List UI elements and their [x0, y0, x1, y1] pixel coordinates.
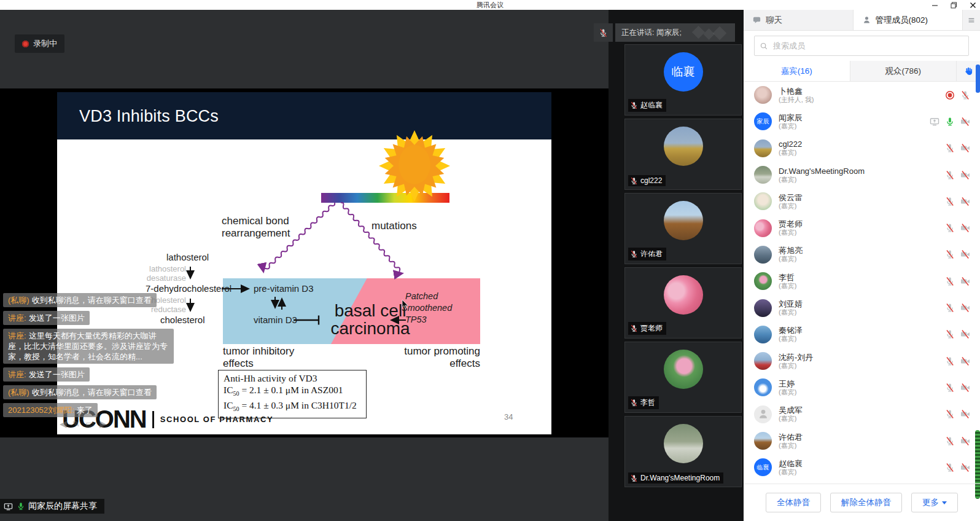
chat-message: (私聊)收到私聊消息，请在聊天窗口查看 — [3, 385, 157, 399]
chat-sender: 202123052刘耀阳: — [8, 405, 74, 415]
camera-off-icon[interactable] — [960, 143, 970, 153]
camera-off-icon[interactable] — [960, 170, 970, 180]
mic-muted-icon[interactable] — [945, 223, 955, 233]
pen-tool-icon[interactable]: ✎ — [72, 418, 80, 429]
close-button[interactable] — [970, 2, 976, 9]
member-avatar — [754, 166, 772, 184]
restore-button[interactable] — [951, 2, 957, 9]
camera-off-icon[interactable] — [960, 383, 970, 393]
member-role: (嘉宾) — [779, 255, 803, 263]
camera-off-icon[interactable] — [960, 329, 970, 339]
member-role: (嘉宾) — [779, 335, 803, 343]
member-row[interactable]: Dr.Wang'sMeetingRoom (嘉宾) — [744, 162, 980, 188]
mic-muted-icon[interactable] — [945, 356, 955, 366]
member-role: (嘉宾) — [779, 229, 803, 237]
tab-chat[interactable]: 聊天 — [744, 10, 854, 30]
panel-scrollbar-thumb[interactable] — [976, 65, 980, 93]
member-row[interactable]: 刘亚婧 (嘉宾) — [744, 294, 980, 321]
mute-all-button[interactable]: 全体静音 — [766, 493, 821, 512]
member-search-box[interactable] — [754, 36, 969, 56]
member-row[interactable]: 贾老师 (嘉宾) — [744, 214, 980, 241]
mic-muted-icon[interactable] — [945, 249, 955, 259]
mic-muted-icon[interactable] — [945, 409, 955, 419]
thumbnail-name-tag: 赵临襄 — [628, 99, 666, 112]
camera-off-icon[interactable] — [960, 117, 970, 127]
video-thumbnail[interactable]: 李哲 — [624, 342, 742, 413]
display-options-icon[interactable]: ▭ — [85, 418, 94, 429]
mic-muted-icon[interactable] — [945, 170, 955, 180]
thumbnail-name-tag: 许佑君 — [628, 248, 666, 260]
camera-off-icon[interactable] — [960, 197, 970, 206]
mic-on-icon — [17, 502, 25, 511]
mic-muted-icon[interactable] — [960, 90, 970, 100]
member-avatar — [754, 246, 772, 264]
anti-hh-activity-box: Anti-Hh activity of VD3 IC50 = 2.1 ± 0.1… — [218, 370, 367, 418]
presenter-controls[interactable]: ◀ ✎ ▭ ▶ — [60, 418, 107, 429]
tab-guests[interactable]: 嘉宾(16) — [744, 61, 850, 81]
video-thumbnail-strip: 正在讲话: 闻家辰; 临襄 赵临襄 — [609, 10, 744, 521]
member-row[interactable]: 蒋旭亮 (嘉宾) — [744, 241, 980, 268]
camera-off-icon[interactable] — [960, 303, 970, 313]
member-row[interactable]: 许佑君 (嘉宾) — [744, 428, 980, 454]
participant-avatar — [664, 275, 703, 315]
tab-audience[interactable]: 观众(786) — [850, 61, 957, 81]
camera-off-icon[interactable] — [960, 436, 970, 446]
more-button[interactable]: 更多 — [911, 493, 958, 512]
mic-muted-icon[interactable] — [945, 329, 955, 339]
video-thumbnail[interactable]: 临襄 赵临襄 — [624, 44, 742, 116]
camera-off-icon[interactable] — [960, 463, 970, 472]
tab-manage-members[interactable]: 管理成员(802) — [854, 10, 963, 30]
member-name: 许佑君 — [779, 433, 803, 442]
member-role: (主持人, 我) — [779, 96, 814, 104]
member-name: 蒋旭亮 — [779, 246, 803, 255]
prev-slide-icon[interactable]: ◀ — [60, 418, 67, 429]
search-input[interactable] — [772, 41, 963, 51]
watermark-logo — [703, 28, 714, 39]
camera-off-icon[interactable] — [960, 409, 970, 419]
member-role: (嘉宾) — [779, 388, 796, 396]
member-row[interactable]: 家辰 闻家辰 (嘉宾) — [744, 108, 980, 135]
member-row[interactable]: 李哲 (嘉宾) — [744, 268, 980, 294]
camera-off-icon[interactable] — [960, 249, 970, 259]
video-thumbnail[interactable]: Dr.Wang'sMeetingRoom — [624, 416, 742, 487]
video-thumbnail[interactable]: 贾老师 — [624, 267, 742, 339]
sun-icon — [376, 128, 453, 204]
mic-muted-icon[interactable] — [945, 436, 955, 446]
panel-menu-button[interactable] — [962, 10, 980, 30]
member-row[interactable]: 侯云雷 (嘉宾) — [744, 188, 980, 214]
camera-off-icon[interactable] — [960, 276, 970, 286]
camera-off-icon[interactable] — [960, 223, 970, 233]
mic-muted-icon[interactable] — [945, 276, 955, 286]
member-role: (嘉宾) — [779, 468, 803, 476]
unmute-all-button[interactable]: 解除全体静音 — [830, 493, 902, 512]
member-row[interactable]: 吴成军 (嘉宾) — [744, 401, 980, 428]
member-row[interactable]: 卜艳鑫 (主持人, 我) — [744, 82, 980, 108]
recording-dot-icon — [22, 41, 29, 47]
member-row[interactable]: 临襄 赵临襄 (嘉宾) — [744, 454, 980, 480]
chat-text: 收到私聊消息，请在聊天窗口查看 — [32, 296, 152, 305]
raised-hand-icon — [963, 66, 973, 76]
mic-muted-icon[interactable] — [945, 143, 955, 153]
mic-muted-icon[interactable] — [945, 303, 955, 313]
thumbnail-name-tag: cgl222 — [628, 175, 666, 186]
chat-message: 讲座:发送了一张图片 — [3, 367, 90, 382]
member-row[interactable]: 王婷 (嘉宾) — [744, 374, 980, 401]
mic-on-icon[interactable] — [945, 117, 955, 127]
minimize-button[interactable] — [931, 2, 938, 9]
video-thumbnail[interactable]: cgl222 — [624, 119, 742, 190]
mic-muted-icon[interactable] — [945, 383, 955, 393]
member-name: 沈药-刘丹 — [779, 353, 813, 362]
mic-muted-icon[interactable] — [945, 463, 955, 472]
member-row[interactable]: 秦铭泽 (嘉宾) — [744, 321, 980, 348]
member-name: Dr.Wang'sMeetingRoom — [779, 166, 865, 176]
mic-slash-icon — [630, 177, 638, 185]
member-row[interactable]: 沈药-刘丹 (嘉宾) — [744, 348, 980, 374]
video-thumbnail[interactable]: 许佑君 — [624, 193, 742, 264]
member-avatar — [754, 86, 772, 104]
camera-off-icon[interactable] — [960, 356, 970, 366]
panel-tab-bar: 聊天 管理成员(802) — [744, 10, 980, 31]
next-slide-icon[interactable]: ▶ — [99, 418, 107, 429]
speaker-mic-muted-box — [594, 23, 613, 42]
mic-muted-icon[interactable] — [945, 197, 955, 206]
member-row[interactable]: cgl222 (嘉宾) — [744, 135, 980, 162]
